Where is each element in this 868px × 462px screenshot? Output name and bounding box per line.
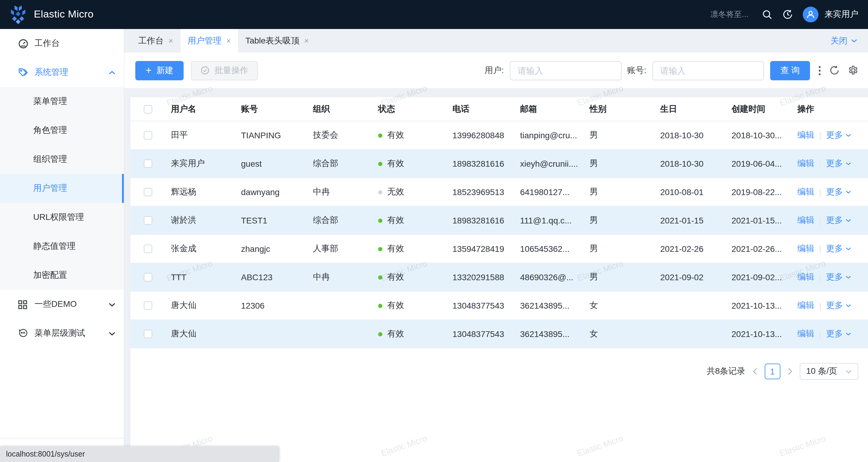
sidebar-item-encrypt-config[interactable]: 加密配置 bbox=[0, 261, 124, 290]
sidebar-item-system-mgmt[interactable]: 系统管理 bbox=[0, 58, 124, 87]
tab-table-sticky-header[interactable]: Table表头吸顶 × bbox=[238, 29, 316, 53]
edit-link[interactable]: 编辑 bbox=[797, 215, 814, 226]
table-body: 田平 TIANPING 技委会 有效 13996280848 tianping@… bbox=[130, 121, 868, 348]
cell-actions: 编辑 | 更多 bbox=[791, 130, 868, 141]
cell-created: 2021-09-02... bbox=[725, 272, 791, 282]
cell-email: xieyh@crunii.... bbox=[514, 159, 584, 168]
edit-link[interactable]: 编辑 bbox=[797, 243, 814, 254]
more-link[interactable]: 更多 bbox=[826, 272, 851, 283]
edit-link[interactable]: 编辑 bbox=[797, 329, 814, 339]
sidebar-item-menu-mgmt[interactable]: 菜单管理 bbox=[0, 87, 124, 116]
cell-account: 12306 bbox=[235, 301, 307, 310]
brand-logo-icon bbox=[10, 5, 27, 24]
sidebar-item-demo[interactable]: 一些DEMO bbox=[0, 290, 124, 319]
gear-icon[interactable] bbox=[848, 65, 858, 75]
status-dot bbox=[378, 161, 382, 166]
cell-org: 中冉 bbox=[307, 272, 372, 283]
row-checkbox[interactable] bbox=[144, 245, 152, 253]
user-filter-input[interactable] bbox=[510, 61, 622, 80]
cell-username: 唐大仙 bbox=[165, 329, 235, 339]
history-clock-icon[interactable] bbox=[782, 9, 793, 20]
cell-username: 辉远杨 bbox=[165, 187, 235, 197]
column-header-phone: 电话 bbox=[446, 103, 514, 115]
row-checkbox[interactable] bbox=[144, 216, 152, 225]
more-link[interactable]: 更多 bbox=[826, 158, 851, 169]
cell-account: TIANPING bbox=[235, 130, 307, 140]
tab-workbench[interactable]: 工作台 × bbox=[131, 29, 180, 53]
page-1-button[interactable]: 1 bbox=[765, 364, 780, 379]
more-link[interactable]: 更多 bbox=[826, 329, 851, 339]
chevron-down-icon bbox=[845, 219, 851, 222]
table-row: 张金成 zhangjc 人事部 有效 13594728419 106545362… bbox=[130, 235, 868, 263]
sidebar-item-url-perm-mgmt[interactable]: URL权限管理 bbox=[0, 203, 124, 232]
close-icon[interactable]: × bbox=[304, 37, 309, 45]
more-link[interactable]: 更多 bbox=[826, 243, 851, 254]
query-button[interactable]: 查 询 bbox=[770, 61, 810, 80]
plus-icon: + bbox=[146, 65, 152, 75]
sidebar-item-menu-level-test[interactable]: 菜单层级测试 bbox=[0, 319, 124, 348]
status-text: 有效 bbox=[387, 215, 404, 226]
sidebar-item-org-mgmt[interactable]: 组织管理 bbox=[0, 145, 124, 174]
close-icon[interactable]: × bbox=[226, 37, 231, 45]
cell-email: 641980127... bbox=[514, 187, 584, 197]
more-link[interactable]: 更多 bbox=[826, 187, 851, 197]
edit-link[interactable]: 编辑 bbox=[797, 300, 814, 311]
sidebar-item-label: 菜单层级测试 bbox=[34, 328, 85, 339]
batch-operation-button[interactable]: 批量操作 bbox=[191, 61, 258, 80]
cell-created: 2018-10-30... bbox=[725, 130, 791, 140]
account-filter-input[interactable] bbox=[652, 61, 764, 80]
row-checkbox[interactable] bbox=[144, 188, 152, 196]
sidebar-item-role-mgmt[interactable]: 角色管理 bbox=[0, 116, 124, 145]
search-icon[interactable] bbox=[762, 9, 773, 20]
create-button[interactable]: + 新建 bbox=[135, 61, 184, 80]
global-search-text[interactable]: 凛冬将至... bbox=[710, 9, 748, 20]
refresh-icon[interactable] bbox=[829, 65, 840, 75]
cell-created: 2021-02-26... bbox=[725, 244, 791, 254]
tab-user-mgmt[interactable]: 用户管理 × bbox=[180, 29, 238, 53]
row-checkbox[interactable] bbox=[144, 131, 152, 140]
row-checkbox[interactable] bbox=[144, 159, 152, 168]
more-link[interactable]: 更多 bbox=[826, 215, 851, 226]
more-link[interactable]: 更多 bbox=[826, 300, 851, 311]
tab-bar: 工作台 × 用户管理 × Table表头吸顶 × 关闭 bbox=[124, 29, 868, 53]
more-dots-icon[interactable] bbox=[818, 65, 821, 75]
more-link[interactable]: 更多 bbox=[826, 130, 851, 141]
select-all-checkbox[interactable] bbox=[144, 105, 152, 113]
cell-account: guest bbox=[235, 159, 307, 168]
row-checkbox[interactable] bbox=[144, 330, 152, 338]
avatar[interactable] bbox=[803, 7, 818, 22]
edit-link[interactable]: 编辑 bbox=[797, 272, 814, 283]
sidebar-item-user-mgmt[interactable]: 用户管理 bbox=[0, 174, 124, 203]
top-navbar: Elastic Micro 凛冬将至... 来宾用户 bbox=[0, 0, 868, 29]
ghost-icon bbox=[18, 329, 28, 338]
page-size-select[interactable]: 10 条/页 bbox=[800, 363, 858, 380]
row-checkbox[interactable] bbox=[144, 301, 152, 310]
column-header-org: 组织 bbox=[307, 103, 372, 115]
edit-link[interactable]: 编辑 bbox=[797, 130, 814, 141]
table-header-row: 用户名 账号 组织 状态 电话 邮箱 性别 生日 创建时间 操作 bbox=[130, 97, 868, 121]
sidebar-item-label: 加密配置 bbox=[33, 270, 67, 281]
next-page-button[interactable] bbox=[786, 368, 794, 375]
sidebar-item-workbench[interactable]: 工作台 bbox=[0, 29, 124, 58]
chevron-down-icon bbox=[845, 275, 851, 279]
cell-actions: 编辑 | 更多 bbox=[791, 215, 868, 226]
close-icon[interactable]: × bbox=[168, 37, 173, 45]
username[interactable]: 来宾用户 bbox=[825, 9, 858, 20]
edit-link[interactable]: 编辑 bbox=[797, 158, 814, 169]
close-tabs-dropdown[interactable]: 关闭 bbox=[831, 35, 857, 46]
column-header-actions: 操作 bbox=[791, 103, 868, 115]
chevron-down-icon bbox=[109, 331, 115, 336]
cell-gender: 男 bbox=[584, 187, 654, 197]
cell-phone: 13048377543 bbox=[446, 329, 514, 339]
cell-actions: 编辑 | 更多 bbox=[791, 300, 868, 311]
sidebar-item-label: 静态值管理 bbox=[33, 241, 75, 252]
table-row: 唐大仙 有效 13048377543 362143895... 女 2021-1… bbox=[130, 320, 868, 348]
cell-gender: 男 bbox=[584, 243, 654, 254]
cell-gender: 男 bbox=[584, 158, 654, 169]
prev-page-button[interactable] bbox=[751, 368, 758, 375]
status-dot bbox=[378, 190, 382, 194]
sidebar-item-static-value-mgmt[interactable]: 静态值管理 bbox=[0, 232, 124, 261]
chevron-down-icon bbox=[845, 304, 851, 307]
edit-link[interactable]: 编辑 bbox=[797, 187, 814, 197]
row-checkbox[interactable] bbox=[144, 273, 152, 281]
